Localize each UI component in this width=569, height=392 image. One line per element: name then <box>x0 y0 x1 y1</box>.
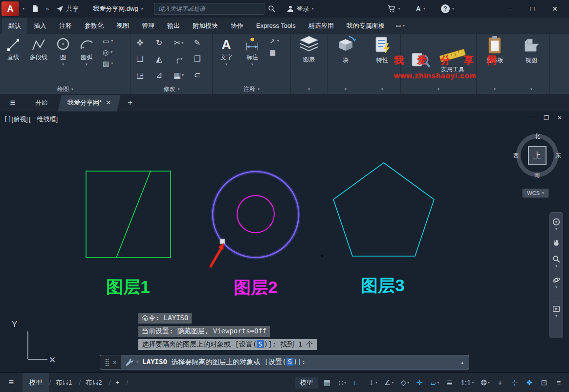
annotation-scale-icon[interactable]: 1:1▾ <box>460 376 475 389</box>
view-cube-top-face[interactable]: 上 <box>528 146 547 165</box>
panel-clipboard-expand[interactable]: ▾ <box>477 85 513 94</box>
viewport-menu[interactable]: [-] <box>5 115 11 124</box>
panel-draw-label[interactable]: 绘图▾ <box>0 85 131 94</box>
ribbon-tab[interactable]: 默认 <box>2 18 27 34</box>
text-tool[interactable]: A 文字 ▾ <box>214 35 239 85</box>
layer3-label-text[interactable]: 图层3 <box>361 276 404 295</box>
dimension-tool[interactable]: 标注 ▾ <box>239 35 265 85</box>
layer2-label-text[interactable]: 图层2 <box>234 278 277 297</box>
new-drawing-button[interactable] <box>28 0 43 18</box>
settings-option-button[interactable]: S <box>286 358 293 366</box>
customization-wrench-icon[interactable] <box>125 358 134 367</box>
layout-tab[interactable]: 模型 <box>22 373 49 392</box>
compass-south[interactable]: 南 <box>534 171 540 179</box>
properties-button[interactable] <box>372 35 392 55</box>
ribbon-tab[interactable]: 精选应用 <box>302 18 340 34</box>
viewport-visual-style-control[interactable]: [二维线框] <box>29 115 58 124</box>
lineweight-icon[interactable]: ≣ <box>445 376 455 389</box>
panel-properties-expand[interactable]: ▾ <box>364 85 400 94</box>
ribbon-tab[interactable]: 我的专属面板 <box>340 18 391 34</box>
clean-screen-icon[interactable]: ⊡ <box>540 376 549 389</box>
line-tool[interactable]: 直线 <box>1 35 25 85</box>
snap-mode-icon[interactable]: ∷▾ <box>337 376 347 389</box>
layout-menu-icon[interactable]: ≡ <box>0 377 22 388</box>
explode-tool[interactable]: ❒ <box>194 54 201 64</box>
offset-tool[interactable]: ⊂ <box>194 70 201 80</box>
search-button[interactable] <box>264 0 279 18</box>
layer3-pentagon[interactable] <box>333 163 434 256</box>
layout-tab[interactable]: 布局2 <box>79 373 109 392</box>
model-space-toggle[interactable]: 模型 <box>295 377 318 389</box>
pan-button[interactable] <box>552 239 561 247</box>
block-button[interactable] <box>335 35 356 55</box>
app-menu-caret[interactable]: ▾ <box>19 0 28 18</box>
viewport-minimize-icon[interactable]: ─ <box>531 114 536 121</box>
layer2-outer-circle[interactable] <box>213 172 299 258</box>
drawing-canvas[interactable]: 图层1 图层2 图层3 Y ✕ <box>0 111 569 372</box>
layout-tab[interactable]: 布局1 <box>49 373 79 392</box>
ribbon-tab[interactable]: 协作 <box>224 18 250 34</box>
ribbon-tab[interactable]: 附加模块 <box>186 18 224 34</box>
donut-tool[interactable]: ◎▾ <box>103 48 113 56</box>
close-tab-icon[interactable]: ✕ <box>106 99 111 106</box>
file-tab-menu-icon[interactable]: ≡ <box>0 94 25 111</box>
dynamic-input-icon[interactable]: ∟ <box>352 376 362 389</box>
maximize-button[interactable]: □ <box>521 0 544 18</box>
command-close-icon[interactable]: ✕ <box>113 359 116 366</box>
command-line[interactable]: ⣿ ✕ ▾ LAYISO 选择要隔离的图层上的对象或 [设置(S)]: ▴ <box>100 355 469 370</box>
new-tab-button[interactable]: + <box>121 94 139 111</box>
file-tab-active-doc[interactable]: 我爱分享网* ✕ <box>58 94 121 111</box>
workspace-gear-icon[interactable]: ❂▾ <box>480 376 491 389</box>
ribbon-tab[interactable]: 管理 <box>135 18 161 34</box>
panel-annotation-label[interactable]: 注释▾ <box>213 85 290 94</box>
mirror-tool[interactable]: ◭ <box>156 54 163 64</box>
isolate-objects-icon[interactable]: ❖ <box>525 376 535 389</box>
erase-tool[interactable]: ✎ <box>194 38 201 47</box>
view-button[interactable] <box>522 35 541 55</box>
share-button[interactable]: 共享 <box>52 0 82 18</box>
ribbon-tab[interactable]: 注释 <box>53 18 78 34</box>
compass-east[interactable]: 东 <box>555 152 561 160</box>
object-snap-tracking-icon[interactable]: ✛ <box>415 376 425 389</box>
sign-in-button[interactable]: 登录 ▾ <box>283 0 317 18</box>
panel-view-expand[interactable]: ▾ <box>513 85 549 94</box>
help-button[interactable]: ? ▾ <box>438 4 458 13</box>
autodesk-access-button[interactable]: A ▾ <box>413 5 429 13</box>
polar-tracking-icon[interactable]: ∠▾ <box>383 376 394 389</box>
show-motion-button[interactable]: ▾ <box>552 305 561 318</box>
compass-north[interactable]: 北 <box>534 132 540 141</box>
drag-handle-icon[interactable]: ⣿ <box>105 358 109 366</box>
viewport-view-control[interactable]: [俯视] <box>12 115 28 124</box>
ribbon-tab[interactable]: 插入 <box>27 18 53 34</box>
zoom-button[interactable]: ▾ <box>552 255 561 268</box>
drawing-area[interactable]: [-] [俯视] [二维线框] ─ ❐ ✕ <box>0 111 569 372</box>
layout-tab[interactable]: + <box>109 373 126 392</box>
arc-tool[interactable]: 圆弧 ▾ <box>74 35 99 85</box>
panel-utilities-expand[interactable]: ▾ <box>401 85 476 94</box>
units-icon[interactable]: ⊹ <box>510 376 520 389</box>
ribbon-tab[interactable]: 参数化 <box>78 18 110 34</box>
app-store-button[interactable]: ▾ <box>384 5 404 13</box>
panel-block-expand[interactable]: ▾ <box>328 85 364 94</box>
ribbon-tab[interactable]: 输出 <box>161 18 186 34</box>
quick-access-expand[interactable]: » <box>43 0 52 18</box>
leader-tool[interactable]: ↗▾ <box>269 37 279 45</box>
command-line-grip[interactable]: ⣿ ✕ <box>100 355 121 369</box>
layer1-square[interactable] <box>86 171 171 258</box>
customize-icon[interactable]: ≡ <box>554 376 564 389</box>
minimize-button[interactable]: ─ <box>499 0 521 18</box>
grid-icon[interactable]: ▦ <box>323 376 332 389</box>
copy-tool[interactable]: ❏ <box>136 54 144 64</box>
ortho-icon[interactable]: ⊥▾ <box>367 376 378 389</box>
fillet-tool[interactable]: ╭▾ <box>175 54 183 64</box>
app-logo[interactable]: A <box>1 1 19 16</box>
command-history-expand-icon[interactable]: ▴ <box>460 359 464 366</box>
object-snap-icon[interactable]: ▱▾ <box>430 376 440 389</box>
selection-grip[interactable] <box>220 239 225 244</box>
file-tab-start[interactable]: 开始 <box>25 94 58 111</box>
polyline-tool[interactable]: 多段线 <box>25 35 52 85</box>
trim-tool[interactable]: ✂▾ <box>174 38 183 47</box>
layer1-diagonal-line[interactable] <box>116 171 151 258</box>
ribbon-tab[interactable]: 视图 <box>110 18 135 34</box>
scale-tool[interactable]: ⊿ <box>156 70 163 80</box>
